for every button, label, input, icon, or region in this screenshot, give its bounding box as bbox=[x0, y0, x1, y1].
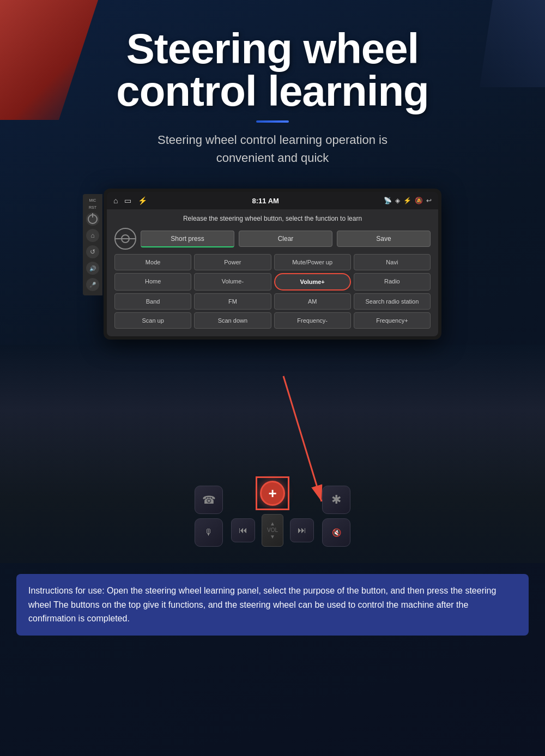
device-frame: MIC RST ⌂ ↺ 🔊 🎤 ⌂ ▭ ⚡ bbox=[104, 189, 441, 340]
mute-power-button[interactable]: Mute/Power up bbox=[274, 254, 351, 270]
save-button[interactable]: Save bbox=[337, 231, 431, 247]
freq-up-button[interactable]: Frequency+ bbox=[354, 312, 431, 329]
skip-forward-button[interactable]: ⏭ bbox=[290, 518, 314, 542]
status-bar: ⌂ ▭ ⚡ 8:11 AM 📡 ◈ ⚡ 🔕 ↩ bbox=[107, 192, 438, 209]
status-left-icons: ⌂ ▭ ⚡ bbox=[113, 196, 147, 205]
title-underline bbox=[256, 120, 289, 123]
mic-side-btn[interactable]: 🎤 bbox=[86, 278, 99, 291]
back-side-btn[interactable]: ↺ bbox=[86, 245, 99, 258]
left-button-group: ☎ 🎙 bbox=[195, 486, 223, 547]
skip-buttons-row: ⏮ ▲VOL▼ ⏭ bbox=[231, 514, 314, 547]
power-icon bbox=[88, 214, 98, 224]
freq-down-button[interactable]: Frequency- bbox=[274, 312, 351, 329]
back-icon[interactable]: ↩ bbox=[426, 197, 432, 204]
mute-icon: 🔕 bbox=[415, 197, 423, 204]
power-button[interactable]: Power bbox=[194, 254, 271, 270]
phone-icon-button[interactable]: ☎ bbox=[195, 486, 223, 514]
mic-label: MIC bbox=[89, 198, 96, 202]
short-press-button[interactable]: Short press bbox=[141, 231, 234, 247]
function-grid: Mode Power Mute/Power up Navi Home Volum… bbox=[114, 254, 431, 329]
main-title-line2: control learning bbox=[22, 70, 523, 112]
page-container: Steering wheel control learning Steering… bbox=[0, 0, 545, 756]
volume-down-button[interactable]: Volume- bbox=[194, 273, 271, 291]
search-radio-button[interactable]: Search radio station bbox=[354, 293, 431, 310]
main-title-line1: Steering wheel bbox=[22, 27, 523, 70]
bluetooth-icon: ⚡ bbox=[403, 197, 411, 204]
instructions-text: Instructions for use: Open the steering … bbox=[28, 584, 517, 626]
fm-button[interactable]: FM bbox=[194, 293, 271, 310]
red-circle bbox=[256, 476, 289, 510]
skip-back-button[interactable]: ⏮ bbox=[231, 518, 255, 542]
status-time: 8:11 AM bbox=[252, 197, 279, 205]
status-right-icons: 📡 ◈ ⚡ 🔕 ↩ bbox=[384, 197, 432, 204]
band-button[interactable]: Band bbox=[114, 293, 191, 310]
location-icon: ◈ bbox=[395, 197, 400, 204]
home-side-btn[interactable]: ⌂ bbox=[86, 229, 99, 242]
radio-button[interactable]: Radio bbox=[354, 273, 431, 291]
mute-button[interactable]: 🔇 bbox=[322, 518, 350, 547]
navi-button[interactable]: Navi bbox=[354, 254, 431, 270]
car-background: ☎ 🎙 + ⏮ ▲VOL▼ bbox=[0, 345, 545, 563]
title-section: Steering wheel control learning Steering… bbox=[0, 0, 545, 178]
side-panel: MIC RST ⌂ ↺ 🔊 🎤 bbox=[83, 194, 102, 295]
home-button[interactable]: Home bbox=[114, 273, 191, 291]
volume-up-button[interactable]: Volume+ bbox=[274, 273, 351, 291]
steering-controls-area: ☎ 🎙 + ⏮ ▲VOL▼ bbox=[195, 481, 350, 547]
screen-container: MIC RST ⌂ ↺ 🔊 🎤 ⌂ ▭ ⚡ bbox=[104, 189, 441, 340]
asterisk-button[interactable]: ✱ bbox=[322, 486, 350, 514]
subtitle-text: Steering wheel control learning operatio… bbox=[22, 131, 523, 167]
rst-label: RST bbox=[89, 205, 96, 209]
steering-wheel-icon bbox=[114, 228, 136, 250]
am-button[interactable]: AM bbox=[274, 293, 351, 310]
panel-top-row: Short press Clear Save bbox=[114, 228, 431, 250]
plus-button-container: + bbox=[260, 481, 285, 506]
vol-side-btn[interactable]: 🔊 bbox=[86, 262, 99, 275]
volume-dial[interactable]: ▲VOL▼ bbox=[262, 514, 283, 547]
voice-icon-button[interactable]: 🎙 bbox=[195, 518, 223, 547]
car-section: ☎ 🎙 + ⏮ ▲VOL▼ bbox=[0, 345, 545, 563]
instructions-box: Instructions for use: Open the steering … bbox=[16, 574, 529, 636]
screen-nav-icon[interactable]: ▭ bbox=[124, 196, 131, 205]
center-controls: + ⏮ ▲VOL▼ ⏭ bbox=[231, 481, 314, 547]
cast-icon: 📡 bbox=[384, 197, 392, 204]
screen-display: ⌂ ▭ ⚡ 8:11 AM 📡 ◈ ⚡ 🔕 ↩ bbox=[107, 192, 438, 336]
power-btn[interactable] bbox=[86, 213, 99, 226]
home-nav-icon[interactable]: ⌂ bbox=[113, 196, 118, 205]
mode-button[interactable]: Mode bbox=[114, 254, 191, 270]
panel-instruction: Release the steering wheel button, selec… bbox=[114, 215, 431, 222]
scan-down-button[interactable]: Scan down bbox=[194, 312, 271, 329]
right-button-group: ✱ 🔇 bbox=[322, 486, 350, 547]
scan-up-button[interactable]: Scan up bbox=[114, 312, 191, 329]
clear-button[interactable]: Clear bbox=[239, 231, 332, 247]
usb-nav-icon[interactable]: ⚡ bbox=[138, 196, 147, 205]
learning-panel: Release the steering wheel button, selec… bbox=[107, 209, 438, 336]
